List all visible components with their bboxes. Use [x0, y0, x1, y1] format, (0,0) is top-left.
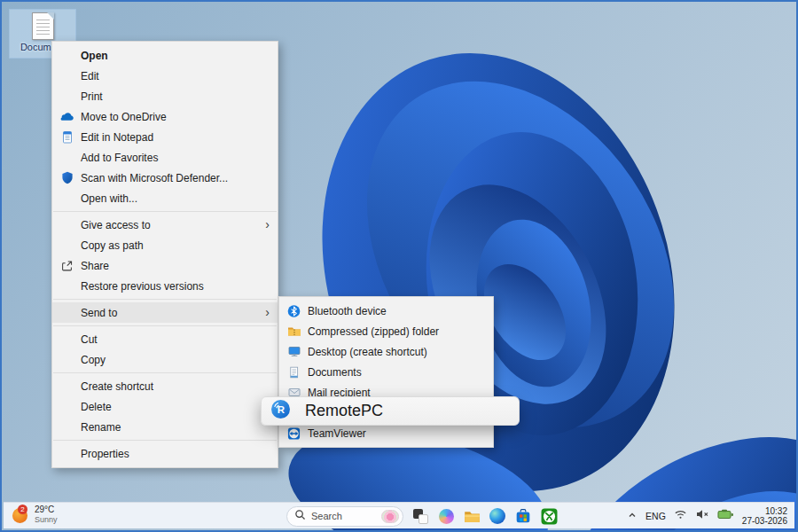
weather-alert-badge: 2	[18, 505, 27, 514]
menu-item-delete[interactable]: Delete	[52, 396, 278, 417]
document-lines	[36, 20, 50, 35]
menu-item-open-with[interactable]: Open with...	[52, 188, 278, 208]
share-icon	[59, 258, 74, 273]
task-view-button[interactable]	[411, 507, 429, 525]
desktop-monitor-icon	[286, 344, 301, 359]
menu-item-scan-with-defender[interactable]: Scan with Microsoft Defender...	[52, 168, 278, 188]
menu-item-send-to[interactable]: Send to ›	[52, 302, 278, 323]
menu-item-add-to-favorites[interactable]: Add to Favorites	[52, 147, 278, 168]
clock-widget[interactable]: 10:32 27-03-2026	[742, 506, 787, 526]
clock-date: 27-03-2026	[742, 516, 787, 526]
xbox-icon	[541, 508, 558, 525]
search-highlight-flower-icon	[381, 510, 399, 523]
weather-temperature: 29°C	[35, 505, 58, 514]
menu-item-properties[interactable]: Properties	[52, 443, 278, 464]
menu-separator	[53, 325, 277, 326]
volume-muted-button[interactable]	[695, 508, 709, 524]
start-button[interactable]	[261, 507, 278, 525]
search-box[interactable]: Search	[286, 506, 403, 527]
bluetooth-icon	[286, 303, 301, 318]
weather-sun-icon: 2	[12, 505, 30, 524]
chevron-up-icon	[627, 510, 638, 520]
wifi-icon	[674, 508, 687, 520]
defender-shield-icon	[59, 170, 74, 185]
menu-item-share[interactable]: Share	[52, 255, 278, 276]
search-placeholder: Search	[311, 511, 381, 521]
desktop-screen: Document Open Edit Print Move to OneDriv…	[0, 0, 798, 532]
wifi-button[interactable]	[674, 508, 687, 524]
chevron-right-icon: ›	[265, 306, 270, 318]
tray-chevron-up-button[interactable]	[627, 508, 638, 524]
context-menu: Open Edit Print Move to OneDrive Edit in…	[51, 41, 278, 468]
menu-item-open[interactable]: Open	[52, 45, 278, 66]
submenu-item-bluetooth-device[interactable]: Bluetooth device	[279, 301, 493, 321]
menu-item-copy-as-path[interactable]: Copy as path	[52, 235, 278, 255]
language-indicator[interactable]: ENG	[645, 511, 666, 521]
menu-separator	[53, 372, 277, 373]
xbox-button[interactable]	[540, 507, 558, 525]
menu-separator	[53, 211, 277, 212]
menu-separator	[53, 299, 277, 300]
submenu-item-desktop-shortcut[interactable]: Desktop (create shortcut)	[279, 341, 493, 362]
remotepc-icon: R	[270, 399, 291, 423]
menu-item-cut[interactable]: Cut	[52, 329, 278, 349]
weather-widget[interactable]: 2 29°C Sunny	[12, 505, 58, 524]
menu-item-create-shortcut[interactable]: Create shortcut	[52, 376, 278, 396]
menu-item-rename[interactable]: Rename	[52, 417, 278, 437]
copilot-button[interactable]	[437, 507, 455, 525]
file-explorer-icon	[464, 508, 481, 525]
menu-item-edit-in-notepad[interactable]: Edit in Notepad	[52, 127, 278, 147]
weather-condition: Sunny	[35, 515, 58, 524]
edge-button[interactable]	[489, 507, 506, 525]
copilot-icon	[439, 509, 454, 524]
document-file-icon	[32, 12, 54, 40]
file-explorer-button[interactable]	[463, 507, 481, 525]
search-icon	[294, 508, 306, 524]
menu-item-move-to-onedrive[interactable]: Move to OneDrive	[52, 106, 278, 127]
teamviewer-icon	[286, 426, 301, 441]
zipped-folder-icon	[286, 324, 301, 339]
chevron-right-icon: ›	[265, 218, 270, 231]
submenu-item-compressed-folder[interactable]: Compressed (zipped) folder	[279, 321, 493, 341]
microsoft-store-button[interactable]	[514, 507, 532, 525]
battery-icon	[717, 509, 734, 520]
menu-item-copy[interactable]: Copy	[52, 349, 278, 370]
notepad-icon	[59, 129, 74, 145]
system-tray: ENG 10:32 27-03-2026	[627, 503, 787, 529]
menu-item-give-access-to[interactable]: Give access to ›	[52, 215, 278, 235]
remotepc-callout-label: RemotePC	[305, 402, 383, 420]
submenu-item-teamviewer[interactable]: TeamViewer	[279, 423, 493, 443]
speaker-mute-icon	[695, 508, 709, 520]
menu-separator	[53, 440, 277, 441]
menu-item-print[interactable]: Print	[52, 86, 278, 106]
clock-time: 10:32	[742, 506, 787, 516]
battery-button[interactable]	[717, 508, 734, 524]
menu-item-edit[interactable]: Edit	[52, 66, 278, 86]
taskbar-center: Search	[261, 503, 558, 529]
remotepc-highlight-callout[interactable]: R RemotePC	[261, 396, 520, 426]
svg-text:R: R	[278, 404, 286, 415]
taskbar: 2 29°C Sunny Search	[4, 502, 794, 528]
documents-icon	[286, 364, 301, 379]
menu-item-restore-previous-versions[interactable]: Restore previous versions	[52, 276, 278, 296]
submenu-item-documents[interactable]: Documents	[279, 362, 493, 382]
edge-icon	[489, 508, 505, 524]
onedrive-icon	[59, 109, 74, 124]
task-view-icon	[412, 508, 429, 525]
microsoft-store-icon	[515, 508, 531, 524]
